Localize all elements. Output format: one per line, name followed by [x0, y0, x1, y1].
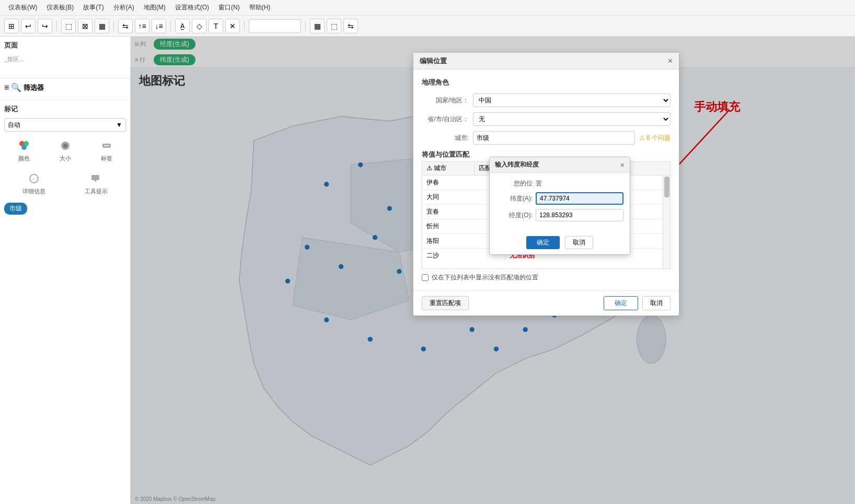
- menu-map[interactable]: 地图(M): [140, 2, 170, 14]
- toolbar-search[interactable]: [249, 19, 301, 33]
- lat-row: 纬度(A):: [496, 192, 623, 205]
- city-label: 城市:: [422, 134, 469, 143]
- toolbar-divider-5: [305, 21, 306, 31]
- menu-help[interactable]: 帮助(H): [245, 2, 275, 14]
- toolbar-btn-2[interactable]: ↩: [21, 19, 36, 33]
- toolbar-btn-underline[interactable]: A̲: [175, 19, 190, 33]
- marks-color-label: 颜色: [18, 155, 30, 162]
- toolbar-btn-3[interactable]: ↪: [38, 19, 52, 33]
- marks-item-tooltip[interactable]: 工具提示: [66, 169, 126, 197]
- svg-marker-10: [94, 180, 96, 182]
- menu-analysis[interactable]: 分析(A): [109, 2, 138, 14]
- toolbar-divider-2: [113, 21, 114, 31]
- toolbar-btn-link[interactable]: ◇: [192, 19, 206, 33]
- city-row: 城市: ⚠ 6 个问题: [422, 131, 671, 145]
- toolbar-btn-display[interactable]: ⬚: [327, 19, 341, 33]
- marks-item-label[interactable]: 标签: [87, 136, 126, 165]
- marks-dropdown[interactable]: 自动 ▼: [4, 118, 126, 132]
- marks-detail-label: 详细信息: [22, 187, 45, 195]
- svg-point-2: [21, 145, 27, 150]
- level-badge-container: 市级: [4, 203, 126, 215]
- control-label: _按区...: [4, 55, 24, 63]
- filter-section: ≡ 🔍 筛选器: [0, 78, 130, 100]
- toolbar-btn-6[interactable]: ▦: [95, 19, 109, 33]
- toolbar-btn-clear[interactable]: ✕: [225, 19, 240, 33]
- match-scrollbar[interactable]: [663, 175, 670, 268]
- panel-top-row1: 页面: [4, 41, 126, 50]
- content-area: iii 列 经度(生成) ≡ 行 纬度(生成) 地图标记: [131, 37, 855, 504]
- latlng-ok-btn[interactable]: 确定: [526, 236, 560, 249]
- page-label: 页面: [4, 41, 18, 50]
- edit-location-dialog-title: 编辑位置: [420, 56, 447, 66]
- reset-btn[interactable]: 重置匹配项: [422, 296, 469, 310]
- marks-dropdown-arrow: ▼: [116, 121, 122, 128]
- menu-dashboard-w[interactable]: 仪表板(W): [4, 2, 41, 14]
- toolbar-btn-share[interactable]: ⇆: [343, 19, 358, 33]
- toolbar-btn-text[interactable]: T: [209, 19, 223, 33]
- menu-window[interactable]: 窗口(N): [214, 2, 244, 14]
- filter-label: 筛选器: [24, 83, 44, 92]
- latlng-dialog-body: 您的位 置 纬度(A): 经度(O):: [490, 173, 630, 232]
- marks-section: 标记 自动 ▼ 颜色 大小: [0, 100, 130, 219]
- svg-text:···: ···: [31, 175, 37, 182]
- toolbar: ⊞ ↩ ↪ ⬚ ⊠ ▦ ⇆ ↑≡ ↓≡ A̲ ◇ T ✕ ▦ ⬚ ⇆: [0, 16, 855, 37]
- your-label: 您的位: [496, 179, 533, 188]
- marks-item-detail[interactable]: ··· 详细信息: [4, 169, 64, 197]
- scrollbar-thumb: [664, 177, 669, 197]
- cancel-btn[interactable]: 取消: [642, 296, 671, 310]
- province-select[interactable]: 无: [473, 112, 671, 126]
- toolbar-btn-sort-asc[interactable]: ↑≡: [135, 19, 149, 33]
- tooltip-icon: [88, 171, 104, 186]
- toolbar-btn-grid[interactable]: ▦: [310, 19, 325, 33]
- marks-size-label: 大小: [60, 155, 71, 162]
- latlng-dialog: 输入纬度和经度 × 您的位 置 纬度(A): 经度(O):: [489, 157, 630, 255]
- warning-badge: ⚠ 6 个问题: [639, 134, 671, 143]
- menu-bar: 仪表板(W) 仪表板(B) 故事(T) 分析(A) 地图(M) 设置格式(O) …: [0, 0, 855, 16]
- province-label: 省/市/自治区：: [422, 115, 469, 124]
- lng-row: 经度(O):: [496, 209, 623, 221]
- main-layout: 页面 _按区... ≡ 🔍 筛选器 标记 自动 ▼: [0, 37, 855, 504]
- panel-top: 页面 _按区...: [0, 37, 130, 78]
- footer-btn-group: 确定 取消: [604, 296, 671, 310]
- lat-input[interactable]: [536, 192, 623, 205]
- your-pos-row: 您的位 置: [496, 179, 623, 188]
- marks-row2: ··· 详细信息 工具提示: [4, 169, 126, 197]
- toolbar-btn-5[interactable]: ⊠: [78, 19, 93, 33]
- menu-dashboard-b[interactable]: 仪表板(B): [42, 2, 78, 14]
- country-row: 国家/地区： 中国: [422, 93, 671, 107]
- marks-label-label: 标签: [101, 155, 112, 162]
- toolbar-divider-3: [170, 21, 171, 31]
- color-icon: [16, 138, 32, 154]
- latlng-dialog-header: 输入纬度和经度 ×: [490, 157, 630, 173]
- size-icon: [57, 138, 73, 154]
- filter-checkbox[interactable]: [422, 274, 429, 281]
- level-badge[interactable]: 市级: [4, 203, 27, 215]
- menu-story[interactable]: 故事(T): [79, 2, 108, 14]
- toolbar-btn-swap[interactable]: ⇆: [118, 19, 133, 33]
- menu-format[interactable]: 设置格式(O): [171, 2, 213, 14]
- lat-label: 纬度(A):: [496, 194, 533, 203]
- marks-grid: 颜色 大小 标签: [4, 136, 126, 165]
- label-icon: [99, 138, 114, 154]
- toolbar-btn-sort-desc[interactable]: ↓≡: [152, 19, 166, 33]
- edit-location-dialog-header: 编辑位置 ×: [413, 53, 679, 69]
- latlng-close-btn[interactable]: ×: [620, 161, 625, 169]
- filter-row: ≡ 🔍 筛选器: [4, 83, 126, 92]
- edit-location-close-btn[interactable]: ×: [668, 57, 673, 65]
- svg-rect-9: [91, 175, 99, 180]
- marks-tooltip-label: 工具提示: [85, 187, 108, 195]
- latlng-cancel-btn[interactable]: 取消: [565, 236, 593, 249]
- marks-item-size[interactable]: 大小: [45, 136, 85, 165]
- country-select[interactable]: 中国: [473, 93, 671, 107]
- col-header-city: ⚠ 城市: [422, 162, 475, 175]
- lng-label: 经度(O):: [496, 211, 533, 220]
- ok-btn[interactable]: 确定: [604, 296, 638, 310]
- country-label: 国家/地区：: [422, 96, 469, 105]
- svg-point-4: [63, 144, 67, 148]
- marks-item-color[interactable]: 颜色: [4, 136, 43, 165]
- toolbar-btn-1[interactable]: ⊞: [4, 19, 19, 33]
- edit-location-dialog-footer: 重置匹配项 确定 取消: [413, 290, 679, 315]
- city-input[interactable]: [473, 131, 635, 145]
- toolbar-btn-4[interactable]: ⬚: [61, 19, 76, 33]
- lng-input[interactable]: [536, 209, 623, 221]
